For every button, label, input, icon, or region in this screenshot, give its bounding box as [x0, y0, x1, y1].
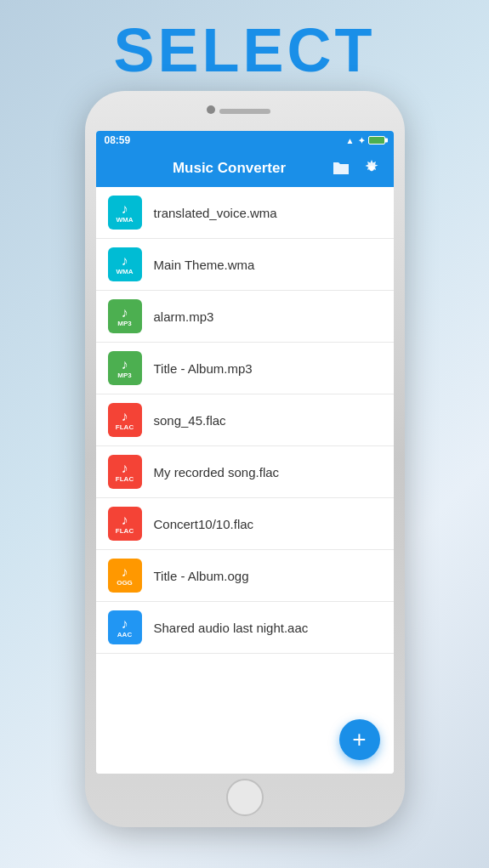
music-note-icon: ♪: [122, 254, 128, 268]
page-heading: SELECT: [0, 15, 489, 85]
battery-icon: [368, 136, 385, 145]
signal-icon: ▲: [346, 136, 355, 145]
file-type-icon: ♪AAC: [108, 610, 142, 644]
file-type-icon: ♪MP3: [108, 351, 142, 385]
file-name: alarm.mp3: [154, 309, 214, 324]
file-type-label: MP3: [117, 321, 131, 327]
music-note-icon: ♪: [122, 202, 128, 216]
file-name: Shared audio last night.aac: [154, 621, 309, 635]
music-note-icon: ♪: [122, 462, 128, 475]
file-type-icon: ♪FLAC: [108, 507, 142, 541]
phone-speaker: [219, 109, 270, 114]
file-type-label: FLAC: [116, 476, 134, 483]
file-type-icon: ♪FLAC: [108, 403, 142, 437]
status-bar: 08:59 ▲ ✦: [96, 131, 394, 150]
file-name: Concert10/10.flac: [154, 517, 254, 531]
phone-screen: 08:59 ▲ ✦ Music Converter: [96, 131, 394, 774]
file-type-icon: ♪OGG: [108, 559, 142, 593]
file-name: translated_voice.wma: [154, 206, 277, 220]
file-list: ♪WMAtranslated_voice.wma♪WMAMain Theme.w…: [96, 187, 394, 774]
music-note-icon: ♪: [122, 565, 128, 579]
file-name: song_45.flac: [154, 413, 226, 428]
status-time: 08:59: [105, 134, 131, 146]
music-note-icon: ♪: [122, 306, 128, 320]
file-item[interactable]: ♪AACShared audio last night.aac: [96, 602, 394, 654]
fab-add-button[interactable]: +: [339, 719, 380, 760]
music-note-icon: ♪: [122, 358, 128, 372]
file-item[interactable]: ♪FLACsong_45.flac: [96, 394, 394, 446]
file-type-label: AAC: [117, 632, 132, 638]
file-item[interactable]: ♪OGGTitle - Album.ogg: [96, 550, 394, 602]
bluetooth-icon: ✦: [358, 136, 365, 145]
file-item[interactable]: ♪MP3Title - Album.mp3: [96, 343, 394, 394]
phone-camera: [207, 105, 215, 114]
app-header: Music Converter: [96, 150, 394, 187]
file-item[interactable]: ♪MP3alarm.mp3: [96, 291, 394, 343]
file-type-icon: ♪WMA: [108, 247, 142, 281]
file-name: Title - Album.mp3: [154, 361, 253, 376]
app-title: Music Converter: [128, 160, 331, 177]
file-type-label: FLAC: [116, 528, 134, 535]
screen-content: 08:59 ▲ ✦ Music Converter: [96, 131, 394, 774]
file-type-icon: ♪FLAC: [108, 455, 142, 489]
file-name: Title - Album.ogg: [154, 569, 249, 583]
file-item[interactable]: ♪WMAtranslated_voice.wma: [96, 187, 394, 239]
settings-icon[interactable]: [361, 158, 382, 179]
file-item[interactable]: ♪WMAMain Theme.wma: [96, 239, 394, 291]
music-note-icon: ♪: [122, 617, 128, 631]
file-name: My recorded song.flac: [154, 465, 280, 479]
folder-icon[interactable]: [331, 158, 351, 179]
file-type-icon: ♪WMA: [108, 196, 142, 230]
file-type-label: WMA: [117, 217, 134, 224]
file-item[interactable]: ♪FLACMy recorded song.flac: [96, 446, 394, 498]
file-type-label: WMA: [117, 269, 134, 275]
music-note-icon: ♪: [122, 410, 128, 423]
file-type-label: FLAC: [116, 424, 134, 431]
music-note-icon: ♪: [122, 513, 128, 527]
phone-frame: 08:59 ▲ ✦ Music Converter: [88, 94, 402, 825]
file-name: Main Theme.wma: [154, 258, 255, 272]
file-type-label: OGG: [117, 580, 133, 587]
phone-home-button[interactable]: [226, 779, 264, 816]
file-type-icon: ♪MP3: [108, 299, 142, 333]
status-icons: ▲ ✦: [346, 136, 385, 145]
file-item[interactable]: ♪FLACConcert10/10.flac: [96, 498, 394, 550]
header-icons: [331, 158, 382, 179]
file-type-label: MP3: [117, 372, 131, 379]
